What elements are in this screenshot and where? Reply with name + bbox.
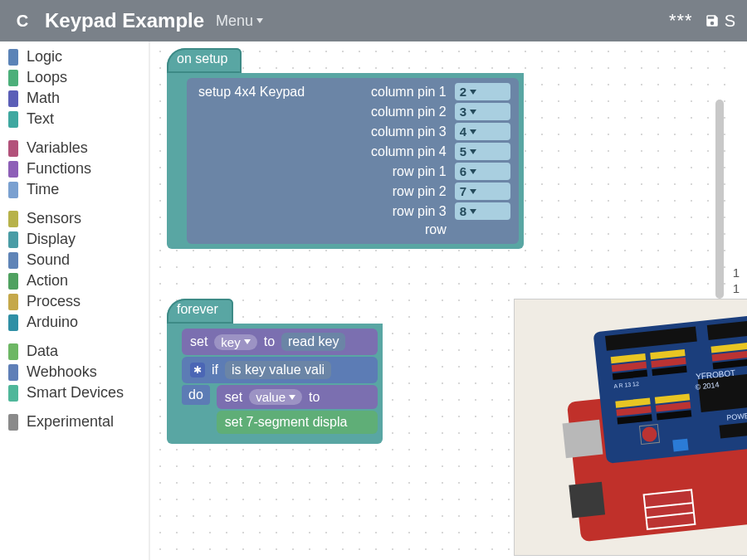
menu-dropdown[interactable]: Menu bbox=[216, 12, 263, 30]
pin-label: column pin 2 bbox=[342, 105, 447, 119]
chevron-down-icon bbox=[289, 395, 295, 400]
category-color-swatch bbox=[8, 252, 18, 269]
line-number: 1 bbox=[733, 265, 740, 280]
toolbox-category-data[interactable]: Data bbox=[0, 341, 149, 362]
category-color-swatch bbox=[8, 140, 18, 157]
pin-label: row pin 3 bbox=[342, 204, 447, 219]
save-label: S bbox=[725, 12, 735, 31]
block-if[interactable]: ✱ if is key value vali bbox=[182, 357, 378, 383]
category-color-swatch bbox=[8, 182, 18, 198]
workspace-scrollbar[interactable] bbox=[715, 100, 724, 299]
chevron-down-icon bbox=[470, 149, 476, 154]
category-label: Logic bbox=[27, 48, 62, 66]
chevron-down-icon bbox=[470, 169, 476, 174]
pin-dropdown[interactable]: 7 bbox=[455, 183, 510, 200]
category-label: Arduino bbox=[27, 314, 78, 331]
category-label: Data bbox=[27, 343, 58, 360]
pin-dropdown[interactable]: 8 bbox=[455, 202, 510, 220]
category-label: Sound bbox=[27, 251, 70, 269]
save-icon bbox=[705, 13, 720, 28]
pin-dropdown[interactable]: 2 bbox=[455, 83, 510, 100]
block-on-setup[interactable]: on setup bbox=[167, 48, 242, 73]
category-color-swatch bbox=[8, 343, 18, 360]
category-label: Variables bbox=[27, 139, 88, 157]
pin-dropdown[interactable]: 4 bbox=[455, 123, 510, 140]
pin-label: row pin 2 bbox=[342, 184, 447, 199]
chevron-down-icon bbox=[470, 90, 476, 95]
category-color-swatch bbox=[8, 211, 18, 227]
block-set-7seg[interactable]: set 7-segment displa bbox=[217, 411, 378, 434]
save-button[interactable]: S bbox=[705, 12, 735, 31]
category-color-swatch bbox=[8, 314, 18, 331]
toolbox-category-loops[interactable]: Loops bbox=[0, 67, 149, 88]
category-color-swatch bbox=[8, 414, 18, 431]
category-color-swatch bbox=[8, 231, 18, 248]
block-set-value[interactable]: set value to bbox=[217, 385, 378, 409]
toolbox-category-smart-devices[interactable]: Smart Devices bbox=[0, 382, 149, 403]
category-label: Functions bbox=[27, 160, 91, 178]
block-read-key[interactable]: read key bbox=[281, 333, 345, 351]
svg-rect-37 bbox=[672, 439, 688, 452]
category-label: Action bbox=[27, 272, 68, 290]
page-title: Keypad Example bbox=[45, 9, 204, 32]
toolbox-category-arduino[interactable]: Arduino bbox=[0, 312, 149, 333]
gear-icon[interactable]: ✱ bbox=[190, 363, 205, 377]
category-color-swatch bbox=[8, 49, 18, 66]
pin-label: column pin 4 bbox=[342, 144, 447, 159]
category-color-swatch bbox=[8, 294, 18, 310]
toolbox-category-action[interactable]: Action bbox=[0, 270, 149, 291]
pin-dropdown[interactable]: 6 bbox=[455, 163, 510, 180]
block-setup-keypad[interactable]: setup 4x4 Keypadcolumn pin 12column pin … bbox=[187, 78, 519, 244]
app-header: C Keypad Example Menu *** S bbox=[0, 0, 747, 41]
category-label: Display bbox=[27, 231, 76, 248]
category-color-swatch bbox=[8, 70, 18, 86]
category-color-swatch bbox=[8, 111, 18, 128]
chevron-down-icon bbox=[470, 110, 476, 114]
line-number: 1 bbox=[733, 281, 740, 295]
hardware-photo-overlay: Buzzer bbox=[514, 299, 747, 556]
pin-label: row pin 1 bbox=[342, 164, 447, 179]
category-label: Math bbox=[27, 90, 60, 107]
chevron-down-icon bbox=[470, 209, 476, 214]
category-label: Experimental bbox=[27, 413, 114, 431]
category-label: Webhooks bbox=[27, 363, 97, 381]
toolbox-category-time[interactable]: Time bbox=[0, 179, 149, 200]
category-label: Text bbox=[27, 110, 54, 128]
block-is-key-valid[interactable]: is key value vali bbox=[225, 361, 331, 379]
toolbox-category-experimental[interactable]: Experimental bbox=[0, 411, 149, 432]
svg-rect-3 bbox=[569, 482, 605, 519]
pin-label: column pin 3 bbox=[342, 124, 447, 139]
toolbox-category-process[interactable]: Process bbox=[0, 291, 149, 312]
toolbox-category-logic[interactable]: Logic bbox=[0, 46, 149, 67]
category-label: Loops bbox=[27, 69, 67, 86]
category-color-swatch bbox=[8, 364, 18, 381]
svg-rect-2 bbox=[563, 420, 603, 458]
category-color-swatch bbox=[8, 161, 18, 178]
toolbox-category-sensors[interactable]: Sensors bbox=[0, 208, 149, 229]
variable-key-dropdown[interactable]: key bbox=[214, 334, 256, 350]
chevron-down-icon bbox=[244, 339, 251, 344]
category-color-swatch bbox=[8, 385, 18, 402]
toolbox-category-variables[interactable]: Variables bbox=[0, 138, 149, 158]
keypad-block-title: setup 4x4 Keypad bbox=[198, 85, 334, 100]
block-forever[interactable]: forever bbox=[167, 299, 233, 324]
category-color-swatch bbox=[8, 90, 18, 107]
block-set-key[interactable]: set key to read key bbox=[182, 329, 378, 355]
variable-value-dropdown[interactable]: value bbox=[249, 389, 302, 405]
toolbox-category-functions[interactable]: Functions bbox=[0, 158, 149, 179]
blocks-workspace[interactable]: on setup setup 4x4 Keypadcolumn pin 12co… bbox=[149, 41, 725, 560]
pin-dropdown[interactable]: 5 bbox=[455, 143, 510, 160]
chevron-down-icon bbox=[470, 129, 476, 134]
toolbox-category-text[interactable]: Text bbox=[0, 109, 149, 129]
pin-label: row bbox=[342, 222, 447, 237]
kudos-stars-button[interactable]: *** bbox=[669, 10, 693, 32]
toolbox-category-math[interactable]: Math bbox=[0, 88, 149, 109]
toolbox-sidebar: LogicLoopsMathTextVariablesFunctionsTime… bbox=[0, 41, 149, 560]
toolbox-category-display[interactable]: Display bbox=[0, 229, 149, 250]
pin-dropdown[interactable]: 3 bbox=[455, 103, 510, 120]
category-label: Sensors bbox=[27, 210, 81, 227]
chevron-down-icon bbox=[470, 189, 476, 194]
toolbox-category-sound[interactable]: Sound bbox=[0, 250, 149, 270]
toolbox-category-webhooks[interactable]: Webhooks bbox=[0, 362, 149, 382]
pin-label: column pin 1 bbox=[342, 85, 447, 100]
